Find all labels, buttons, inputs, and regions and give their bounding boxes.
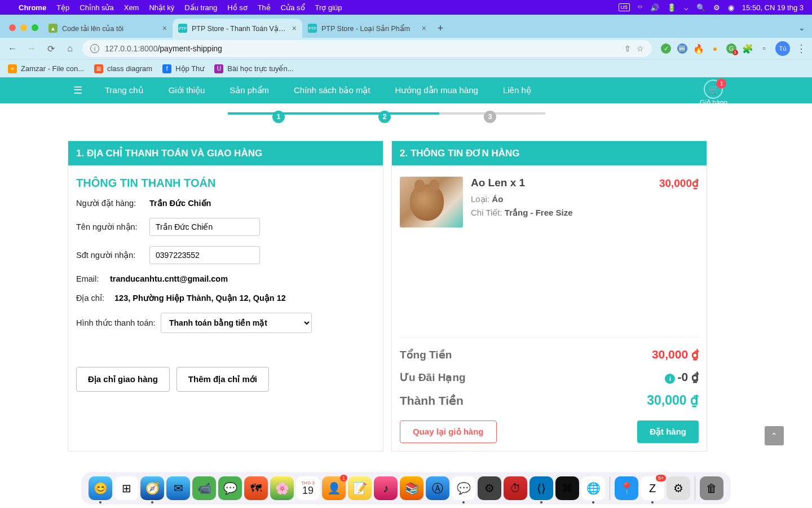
nav-about[interactable]: Giới thiệu <box>169 85 205 95</box>
panel-title: 1. ĐỊA CHỈ THANH TOÁN VÀ GIAO HÀNG <box>68 141 383 165</box>
back-to-cart-button[interactable]: Quay lại giỏ hàng <box>400 421 497 443</box>
recipient-input[interactable] <box>149 218 260 236</box>
facetime-icon[interactable]: 📹 <box>192 476 216 500</box>
translate-extension-icon[interactable]: 🔤 <box>677 43 687 54</box>
hamburger-icon[interactable]: ☰ <box>73 84 82 97</box>
minimize-window-icon[interactable] <box>20 24 27 31</box>
payment-method-select[interactable]: Thanh toán bằng tiền mặt <box>161 313 312 333</box>
bookmark-item[interactable]: U Bài học trực tuyến... <box>214 64 293 73</box>
zalo-icon[interactable]: Z5+ <box>641 476 664 500</box>
vscode-icon[interactable]: ⟨⟩ <box>529 476 553 500</box>
close-tab-icon[interactable]: × <box>422 24 426 33</box>
bluetooth-icon[interactable]: ⌔ <box>638 3 642 12</box>
nav-home[interactable]: Trang chủ <box>105 85 144 95</box>
input-method-icon[interactable]: US <box>619 3 630 11</box>
shipping-address-button[interactable]: Địa chỉ giao hàng <box>76 367 170 392</box>
menu-edit[interactable]: Chỉnh sửa <box>80 3 113 12</box>
siri-icon[interactable]: ◉ <box>728 3 734 12</box>
mail-icon[interactable]: ✉ <box>166 476 190 500</box>
extension-icon[interactable]: ✓ <box>661 43 671 54</box>
maximize-window-icon[interactable] <box>32 24 38 31</box>
terminal-icon[interactable]: ⌘ <box>555 476 579 500</box>
app-icon[interactable]: ⏱ <box>504 476 527 500</box>
bookmark-star-icon[interactable]: ☆ <box>637 44 644 53</box>
volume-icon[interactable]: 🔊 <box>650 3 659 12</box>
bookmark-favicon: f <box>162 64 171 73</box>
chrome-icon[interactable]: 🌐 <box>581 476 605 500</box>
new-tab-button[interactable]: + <box>432 20 449 37</box>
forward-button[interactable]: → <box>25 43 38 54</box>
bookmark-item[interactable]: f Hộp Thư <box>162 64 204 73</box>
extensions-menu-icon[interactable]: 🧩 <box>743 43 753 54</box>
menu-window[interactable]: Cửa sổ <box>281 3 305 12</box>
appstore-icon[interactable]: Ⓐ <box>426 476 449 500</box>
music-icon[interactable]: ♪ <box>374 476 398 500</box>
menu-file[interactable]: Tệp <box>56 3 69 12</box>
notes-icon[interactable]: 📝 <box>348 476 372 500</box>
app-icon[interactable]: ⚙ <box>667 476 690 500</box>
safari-icon[interactable]: 🧭 <box>140 476 164 500</box>
place-order-button[interactable]: Đặt hàng <box>637 421 699 443</box>
info-icon[interactable]: i <box>665 374 675 384</box>
add-address-button[interactable]: Thêm địa chỉ mới <box>176 367 269 392</box>
tab-3[interactable]: PTP PTP Store - Loại Sản Phẩm × <box>302 19 432 38</box>
clock[interactable]: 15:50, CN 19 thg 3 <box>742 3 804 12</box>
books-icon[interactable]: 📚 <box>400 476 423 500</box>
site-info-icon[interactable]: i <box>90 44 99 53</box>
trash-icon[interactable]: 🗑 <box>700 476 723 500</box>
nav-products[interactable]: Sản phẩm <box>230 85 269 95</box>
nav-privacy[interactable]: Chính sách bảo mật <box>294 85 370 95</box>
bookmark-favicon: » <box>8 64 17 73</box>
finder-icon[interactable]: 😊 <box>89 476 112 500</box>
tab-search-icon[interactable]: ⌄ <box>798 23 805 32</box>
tab-2[interactable]: PTP PTP Store - Thanh Toán Vận Ch × <box>173 19 302 38</box>
messages-icon[interactable]: 💬 <box>218 476 242 500</box>
control-center-icon[interactable]: ⚙ <box>713 3 720 12</box>
dock-separator <box>610 476 610 500</box>
settings-icon[interactable]: ⚙ <box>478 476 501 500</box>
wifi-icon[interactable]: ⌵ <box>684 3 689 12</box>
scroll-top-button[interactable]: ⌃ <box>765 426 784 445</box>
home-button[interactable]: ⌂ <box>63 43 77 54</box>
checkout-content: 1. ĐỊA CHỈ THANH TOÁN VÀ GIAO HÀNG THÔNG… <box>0 129 812 452</box>
menu-tab[interactable]: Thẻ <box>258 3 271 12</box>
type-label: Loại: <box>471 194 492 204</box>
extension-icon[interactable]: ● <box>710 43 720 54</box>
maps-icon[interactable]: 🗺 <box>244 476 268 500</box>
menu-help[interactable]: Trợ giúp <box>315 3 342 12</box>
menu-profile[interactable]: Hồ sơ <box>227 3 248 12</box>
back-button[interactable]: ← <box>6 43 19 54</box>
tab-favicon: ▲ <box>48 24 58 33</box>
nav-contact[interactable]: Liên hệ <box>503 85 531 95</box>
search-icon[interactable]: 🔍 <box>696 3 705 12</box>
bookmark-item[interactable]: » Zamzar - File con... <box>8 64 84 73</box>
menu-bookmarks[interactable]: Dấu trang <box>184 3 217 12</box>
launchpad-icon[interactable]: ⊞ <box>114 476 138 500</box>
tab-1[interactable]: ▲ Code tải lên của tôi × <box>43 19 173 38</box>
bookmark-favicon: U <box>214 64 223 73</box>
reload-button[interactable]: ⟳ <box>44 43 58 54</box>
app-name[interactable]: Chrome <box>19 3 46 12</box>
app-icon[interactable]: 📍 <box>615 476 638 500</box>
cart-widget[interactable]: 🛒 1 Giỏ hàng <box>700 80 727 107</box>
close-tab-icon[interactable]: × <box>162 24 167 33</box>
nav-guide[interactable]: Hướng dẫn mua hàng <box>395 85 478 95</box>
calendar-icon[interactable]: THG 319 <box>296 476 320 500</box>
photos-icon[interactable]: 🌸 <box>270 476 294 500</box>
grammarly-extension-icon[interactable]: G <box>726 43 736 54</box>
menu-history[interactable]: Nhật ký <box>149 3 174 12</box>
menu-view[interactable]: Xem <box>124 3 139 12</box>
contacts-icon[interactable]: 👤1 <box>322 476 346 500</box>
messenger-icon[interactable]: 💬 <box>452 476 475 500</box>
close-tab-icon[interactable]: × <box>292 24 297 33</box>
bookmark-item[interactable]: ⊞ class diagram <box>94 64 152 73</box>
chrome-menu-icon[interactable]: ⋮ <box>796 42 806 55</box>
profile-avatar[interactable]: Tú <box>775 41 790 56</box>
side-panel-icon[interactable]: ▫ <box>759 43 769 54</box>
phone-input[interactable] <box>149 246 260 264</box>
address-bar[interactable]: i 127.0.0.1:8000/payment-shipping ⇧ ☆ <box>82 40 652 57</box>
share-icon[interactable]: ⇧ <box>624 44 631 53</box>
extension-icon[interactable]: 🔥 <box>694 43 704 54</box>
close-window-icon[interactable] <box>9 24 16 31</box>
battery-icon[interactable]: 🔋 <box>667 3 676 12</box>
